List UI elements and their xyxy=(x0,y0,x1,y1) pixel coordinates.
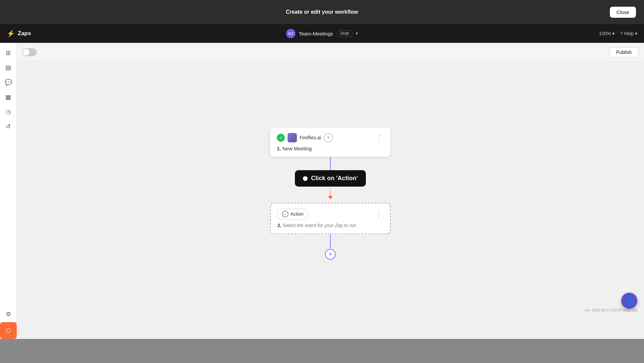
action-plus-icon: + xyxy=(282,211,289,217)
help-label: Help xyxy=(624,31,634,36)
sidebar-item-inbox[interactable]: ▤ xyxy=(2,62,14,74)
bottom-bar xyxy=(0,339,644,363)
zoom-level: 100% xyxy=(599,31,611,36)
appbar-right: 100% ▾ ? Help ▾ xyxy=(599,31,637,36)
publish-button[interactable]: Publish xyxy=(609,47,639,57)
help-chevron-icon: ▾ xyxy=(635,31,637,36)
plus-icon: + xyxy=(328,250,332,258)
draft-status-badge: Draft xyxy=(336,30,352,37)
tooltip-text: Click on 'Action' xyxy=(311,175,358,182)
canvas-toolbar: Publish xyxy=(17,43,644,62)
chat-fab-button[interactable]: 👤 xyxy=(621,293,637,309)
trigger-more-button[interactable]: ⋮ xyxy=(375,134,384,142)
connector-line-bottom xyxy=(330,234,331,247)
close-button[interactable]: Close xyxy=(610,7,636,18)
action-header: + Action ⋮ xyxy=(277,209,383,219)
app-name: Zaps xyxy=(18,30,31,37)
sidebar-item-settings[interactable]: ⚙ xyxy=(2,308,14,320)
action-more-button[interactable]: ⋮ xyxy=(374,210,383,218)
fireflies-icon: 🦋 xyxy=(288,133,297,142)
action-description: Select the event for your Zap to run xyxy=(283,223,356,228)
add-step-button[interactable]: + xyxy=(325,249,336,260)
sidebar-item-apps[interactable]: ⊞ xyxy=(2,47,14,59)
sidebar-item-history[interactable]: ◷ xyxy=(2,106,14,118)
user-avatar: KJ xyxy=(286,29,296,38)
app-label: Fireflies.ai xyxy=(300,135,321,140)
workflow-name: Team-Meetings xyxy=(299,31,333,37)
tooltip-dot xyxy=(303,176,308,181)
action-button[interactable]: + Action xyxy=(277,209,308,219)
trigger-step-label: 1. New Meeting xyxy=(277,146,384,151)
appbar: ⚡ Zaps KJ Team-Meetings Draft ▾ 100% ▾ ?… xyxy=(0,24,644,43)
trigger-node: ✓ 🦋 Fireflies.ai + ⋮ 1. New Meeting xyxy=(270,128,391,157)
action-label: Action xyxy=(291,211,304,217)
tooltip-bubble: Click on 'Action' xyxy=(295,170,366,187)
sidebar-item-calendar[interactable]: ▦ xyxy=(2,91,14,103)
tooltip-arrow-head xyxy=(328,196,333,199)
trigger-apps: ✓ 🦋 Fireflies.ai + xyxy=(277,133,333,142)
sidebar: ⊞ ▤ 💬 ▦ ◷ ↺ ⚙ ☰ xyxy=(0,43,17,339)
workflow-area: ✓ 🦋 Fireflies.ai + ⋮ 1. New Meeting Clic… xyxy=(270,128,391,260)
appbar-center: KJ Team-Meetings Draft ▾ xyxy=(286,29,358,38)
help-button[interactable]: ? Help ▾ xyxy=(620,31,637,36)
question-icon: ? xyxy=(620,31,623,36)
modal-titlebar: Create or edit your workflow Close xyxy=(0,0,644,24)
trigger-header: ✓ 🦋 Fireflies.ai + ⋮ xyxy=(277,133,384,142)
tooltip-arrow xyxy=(330,187,331,197)
lightning-icon: ⚡ xyxy=(7,29,15,38)
ai-icon: ⬡ xyxy=(6,327,11,334)
step-number: 1. xyxy=(277,146,281,151)
modal-title: Create or edit your workflow xyxy=(286,9,358,15)
action-node[interactable]: + Action ⋮ 2. Select the event for your … xyxy=(270,203,391,234)
zoom-control[interactable]: 100% ▾ xyxy=(599,31,615,36)
app-logo: ⚡ Zaps xyxy=(7,29,31,38)
chevron-down-icon[interactable]: ▾ xyxy=(356,31,358,36)
toggle-switch[interactable] xyxy=(22,48,37,56)
action-sublabel: 2. Select the event for your Zap to run xyxy=(277,223,383,228)
chat-fab-icon: 👤 xyxy=(625,296,634,305)
sidebar-item-refresh[interactable]: ↺ xyxy=(2,121,14,133)
trigger-event-label: New Meeting xyxy=(283,146,312,151)
sidebar-item-chat[interactable]: 💬 xyxy=(2,76,14,88)
connector-line-top xyxy=(330,157,331,170)
zoom-chevron-icon: ▾ xyxy=(612,31,615,36)
action-step-number: 2. xyxy=(277,223,281,228)
canvas: ✓ 🦋 Fireflies.ai + ⋮ 1. New Meeting Clic… xyxy=(17,62,644,339)
check-circle-icon: ✓ xyxy=(277,134,285,142)
add-app-icon[interactable]: + xyxy=(324,133,333,142)
ai-assistant-button[interactable]: ⬡ xyxy=(0,322,17,339)
